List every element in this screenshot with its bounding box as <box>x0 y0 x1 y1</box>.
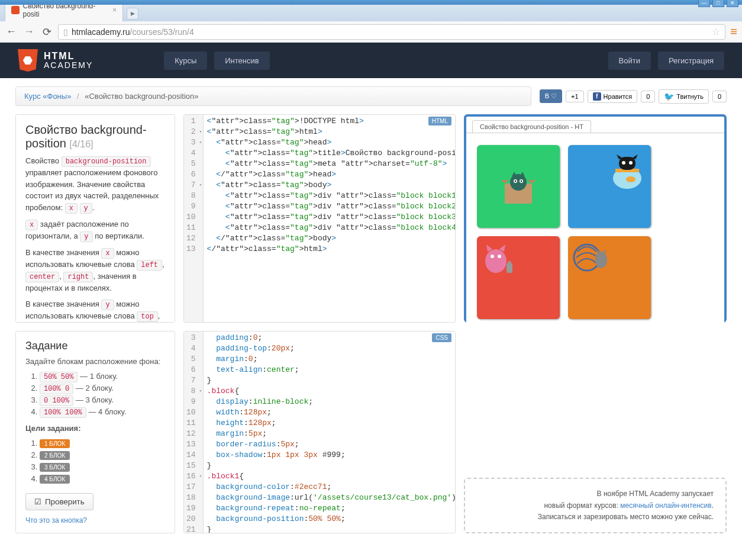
fb-like-button[interactable]: fНравится <box>588 90 638 103</box>
svg-point-3 <box>510 174 527 191</box>
theory-p1: Свойство background-position управляет р… <box>25 155 165 214</box>
forward-button[interactable]: → <box>22 25 36 38</box>
svg-marker-4 <box>512 172 517 176</box>
preview-block-2 <box>568 145 651 228</box>
login-button[interactable]: Войти <box>608 52 651 70</box>
help-link[interactable]: Что это за кнопка? <box>25 516 165 524</box>
theory-panel[interactable]: Свойство background-position [4/16] Свой… <box>15 114 175 323</box>
svg-point-18 <box>485 249 507 273</box>
back-button[interactable]: ← <box>5 25 18 38</box>
theory-p2: x задаёт расположение по горизонтали, а … <box>25 218 165 242</box>
logo[interactable]: ⬣ HTMLACADEMY <box>18 49 93 72</box>
promo-line3: Записаться и зарезировать место можно уж… <box>477 511 714 523</box>
breadcrumb-parent[interactable]: Курс «Фоны» <box>24 92 71 101</box>
address-bar: ← → ⟳ ▯ htmlacademy.ru/courses/53/run/4 … <box>0 21 742 43</box>
editor-badge-html: HTML <box>428 117 451 125</box>
svg-point-9 <box>521 181 522 182</box>
new-tab-button[interactable]: ▸ <box>127 8 138 20</box>
task-item: 100% 0 — 2 блоку. <box>40 384 165 393</box>
favicon-icon <box>11 6 20 14</box>
window-close-icon[interactable]: ✕ <box>727 0 738 7</box>
task-list: 50% 50% — 1 блоку. 100% 0 — 2 блоку. 0 1… <box>25 372 165 417</box>
goal-item: 2 БЛОК <box>40 450 165 460</box>
svg-point-22 <box>498 255 501 258</box>
svg-rect-23 <box>507 263 512 273</box>
svg-rect-24 <box>508 261 511 265</box>
logo-text: HTMLACADEMY <box>44 52 93 69</box>
svg-point-16 <box>622 161 625 165</box>
svg-point-17 <box>629 161 633 165</box>
breadcrumb-current: «Свойство background-position» <box>85 92 198 101</box>
promo-line2: новый формат курсов: месячный онлайн-инт… <box>477 500 714 511</box>
preview-block-3 <box>477 236 560 319</box>
goal-item: 1 БЛОК <box>40 439 165 448</box>
editor-badge-css: CSS <box>432 333 451 342</box>
svg-marker-2 <box>527 180 535 184</box>
promo-line1: В ноябре HTML Academy запускает <box>477 488 714 500</box>
register-button[interactable]: Регистрация <box>658 52 724 70</box>
tab-close-icon[interactable]: × <box>112 6 117 14</box>
browser-tabs: Свойство background-positi × ▸ <box>0 5 742 21</box>
window-maximize-icon[interactable]: □ <box>712 0 724 7</box>
svg-marker-5 <box>520 172 525 176</box>
svg-rect-13 <box>619 157 635 170</box>
css-gutter: 3456789101112131415161718192021 <box>184 332 204 533</box>
theory-p4: В качестве значения y можно использовать… <box>25 298 165 323</box>
site-header: ⬣ HTMLACADEMY Курсы Интенсив Войти Регис… <box>0 43 742 78</box>
promo-link[interactable]: месячный онлайн-интенсив <box>620 501 711 510</box>
svg-point-12 <box>626 176 635 182</box>
task-intro: Задайте блокам расположение фона: <box>25 357 165 366</box>
html-gutter: 12345678910111213 <box>184 115 204 322</box>
svg-point-8 <box>515 181 516 182</box>
css-code[interactable]: padding:0; padding-top:20px; margin:0; t… <box>204 332 455 533</box>
theory-title: Свойство background-position [4/16] <box>25 123 165 150</box>
nav-courses[interactable]: Курсы <box>164 52 207 70</box>
check-button[interactable]: ☑Проверить <box>25 493 93 510</box>
url-path: /courses/53/run/4 <box>130 27 194 37</box>
preview-block-4 <box>568 236 651 319</box>
window-minimize-icon[interactable]: — <box>698 0 710 7</box>
preview-tab: Свойство background-position - HT <box>472 120 591 133</box>
logo-shield-icon: ⬣ <box>18 49 38 72</box>
pink-cat-icon <box>480 240 518 275</box>
browser-menu-icon[interactable]: ≡ <box>730 25 737 38</box>
preview-body <box>466 133 724 331</box>
html-editor[interactable]: HTML 12345678910111213 <"attr">class="ta… <box>183 114 456 323</box>
breadcrumb: Курс «Фоны» / «Свойство background-posit… <box>15 86 531 106</box>
css-editor[interactable]: CSS 3456789101112131415161718192021 padd… <box>183 331 456 533</box>
goals-heading: Цели задания: <box>25 424 165 433</box>
yarn-cat-icon <box>572 240 609 272</box>
goal-item: 4 БЛОК <box>40 474 165 484</box>
tw-count: 0 <box>712 91 727 102</box>
task-item: 50% 50% — 1 блоку. <box>40 372 165 381</box>
goal-item: 3 БЛОК <box>40 462 165 472</box>
check-icon: ☑ <box>34 497 41 506</box>
html-code[interactable]: <"attr">class="tag">!DOCTYPE html><"attr… <box>204 115 455 322</box>
url-domain: htmlacademy.ru <box>72 27 130 37</box>
fb-count: 0 <box>641 91 655 102</box>
breadcrumb-sep: / <box>77 92 79 101</box>
social-bar: В ♡ +1 fНравится 0 🐦Твитнуть 0 <box>540 89 727 104</box>
goals-list: 1 БЛОК 2 БЛОК 3 БЛОК 4 БЛОК <box>25 439 165 484</box>
preview-block-1 <box>477 145 560 228</box>
preview-panel: Свойство background-position - HT <box>464 114 727 323</box>
theory-p3: В качестве значения x можно использовать… <box>25 247 165 294</box>
svg-marker-1 <box>501 180 509 184</box>
svg-point-26 <box>595 252 607 268</box>
tw-tweet-button[interactable]: 🐦Твитнуть <box>659 89 709 104</box>
nav-intensive[interactable]: Интенсив <box>214 52 269 70</box>
vk-count: +1 <box>566 91 584 102</box>
browser-titlebar: — □ ✕ <box>0 0 742 5</box>
facebook-icon: f <box>593 92 601 101</box>
cat-box-icon <box>498 166 539 207</box>
task-panel: Задание Задайте блокам расположение фона… <box>15 331 175 533</box>
task-item: 100% 100% — 4 блоку. <box>40 407 165 417</box>
task-title: Задание <box>25 340 165 352</box>
twitter-icon: 🐦 <box>664 92 674 101</box>
promo-banner: В ноябре HTML Academy запускает новый фо… <box>464 478 727 533</box>
bookmark-star-icon[interactable]: ☆ <box>712 26 720 37</box>
reload-button[interactable]: ⟳ <box>40 25 53 38</box>
vk-share-button[interactable]: В ♡ <box>540 89 562 103</box>
task-item: 0 100% — 3 блоку. <box>40 395 165 405</box>
url-input[interactable]: ▯ htmlacademy.ru/courses/53/run/4 ☆ <box>58 24 725 40</box>
